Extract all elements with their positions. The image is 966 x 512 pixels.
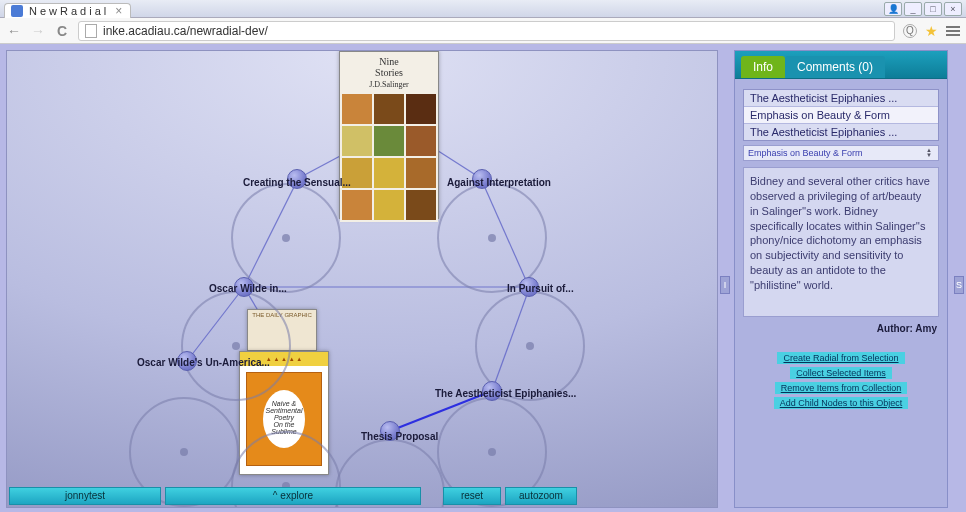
node-label: Oscar Wilde's Un-America... <box>137 357 270 368</box>
reload-button[interactable]: C <box>54 23 70 39</box>
title-input[interactable]: Emphasis on Beauty & Form ▲▼ <box>743 145 939 161</box>
breadcrumb-item[interactable]: Emphasis on Beauty & Form <box>744 107 938 124</box>
tab-title: NewRadial <box>29 5 109 17</box>
user-button[interactable]: jonnytest <box>9 487 161 505</box>
action-add-child-nodes[interactable]: Add Child Nodes to this Object <box>774 397 909 409</box>
browser-tab[interactable]: NewRadial × <box>4 3 131 18</box>
node-label: The Aestheticist Epiphanies... <box>435 388 576 399</box>
action-links: Create Radial from Selection Collect Sel… <box>735 352 947 409</box>
user-icon[interactable]: 👤 <box>884 2 902 16</box>
side-handle-left[interactable]: I <box>720 276 730 294</box>
book-thumbnail-nine-stories[interactable]: NineStoriesJ.D.Salinger <box>339 51 439 219</box>
author-line: Author: Amy <box>735 323 937 334</box>
close-window-button[interactable]: × <box>944 2 962 16</box>
explore-button[interactable]: ^ explore <box>165 487 421 505</box>
node-label: Thesis Proposal <box>361 431 438 442</box>
radial-canvas[interactable]: NineStoriesJ.D.Salinger THE DAILY GRAPHI… <box>6 50 718 508</box>
description-box: Bidney and several other critics have ob… <box>743 167 939 317</box>
breadcrumb-item[interactable]: The Aestheticist Epiphanies ... <box>744 124 938 140</box>
canvas-bottom-bar: jonnytest ^ explore reset autozoom <box>9 487 577 505</box>
action-collect-selected[interactable]: Collect Selected Items <box>790 367 892 379</box>
search-icon[interactable]: Q <box>903 24 917 38</box>
reset-button[interactable]: reset <box>443 487 501 505</box>
forward-button[interactable]: → <box>30 23 46 39</box>
radial-ring <box>181 291 291 401</box>
breadcrumb-item[interactable]: The Aestheticist Epiphanies ... <box>744 90 938 107</box>
close-tab-icon[interactable]: × <box>115 5 122 17</box>
action-remove-items[interactable]: Remove Items from Collection <box>775 382 908 394</box>
window-buttons: 👤 _ □ × <box>884 2 966 16</box>
side-handle-right[interactable]: S <box>954 276 964 294</box>
url-input[interactable]: inke.acadiau.ca/newradial-dev/ <box>78 21 895 41</box>
bookmark-star-icon[interactable]: ★ <box>925 23 938 39</box>
info-panel: Info Comments (0) The Aestheticist Epiph… <box>734 50 948 508</box>
favicon <box>11 5 23 17</box>
tab-strip: NewRadial × <box>0 0 131 18</box>
address-bar: ← → C inke.acadiau.ca/newradial-dev/ Q ★ <box>0 18 966 44</box>
node-label: Creating the Sensual... <box>243 177 351 188</box>
tab-info[interactable]: Info <box>741 56 785 78</box>
node-label: In Pursuit of... <box>507 283 574 294</box>
tab-comments[interactable]: Comments (0) <box>785 56 885 78</box>
node-label: Oscar Wilde in... <box>209 283 287 294</box>
title-input-text: Emphasis on Beauty & Form <box>748 148 863 158</box>
autozoom-button[interactable]: autozoom <box>505 487 577 505</box>
action-create-radial[interactable]: Create Radial from Selection <box>777 352 904 364</box>
window-titlebar: NewRadial × 👤 _ □ × <box>0 0 966 18</box>
maximize-button[interactable]: □ <box>924 2 942 16</box>
url-text: inke.acadiau.ca/newradial-dev/ <box>103 24 268 38</box>
node-label: Against Interpretation <box>447 177 551 188</box>
minimize-button[interactable]: _ <box>904 2 922 16</box>
breadcrumb-list: The Aestheticist Epiphanies ... Emphasis… <box>743 89 939 141</box>
back-button[interactable]: ← <box>6 23 22 39</box>
radial-ring <box>231 183 341 293</box>
panel-tabs: Info Comments (0) <box>735 51 947 79</box>
stepper-icon[interactable]: ▲▼ <box>924 148 934 158</box>
app-root: NineStoriesJ.D.Salinger THE DAILY GRAPHI… <box>0 44 966 512</box>
hamburger-menu-icon[interactable] <box>946 26 960 36</box>
page-icon <box>85 24 97 38</box>
